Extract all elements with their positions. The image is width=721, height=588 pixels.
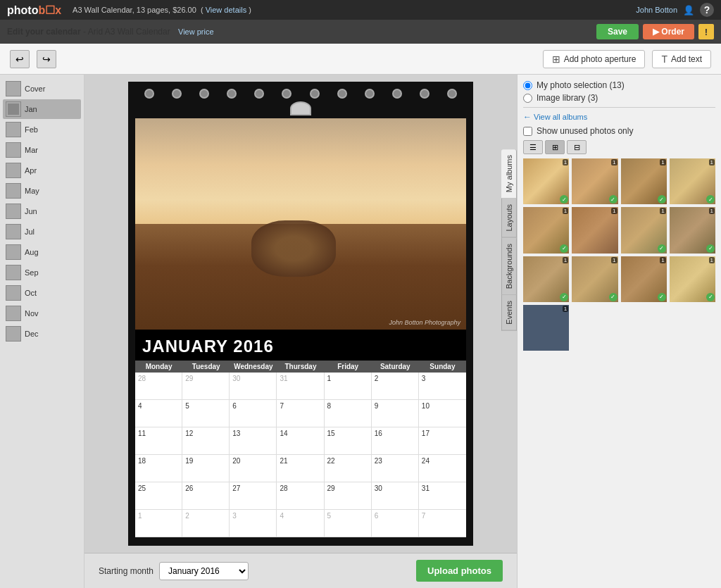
calendar-day: 29 <box>325 482 372 509</box>
page-item-aug[interactable]: Aug <box>3 242 81 262</box>
user-name-link[interactable]: John Botton <box>636 6 677 14</box>
page-label: Mar <box>25 146 38 154</box>
calendar-week: 1234567 <box>135 510 466 537</box>
grid-view-button[interactable]: ⊞ <box>545 140 565 154</box>
calendar-header-row: Monday Tuesday Wednesday Thursday Friday… <box>135 361 466 373</box>
photo-thumbnail[interactable]: ✓1 <box>523 207 569 253</box>
right-panel: My photo selection (13) Image library (3… <box>517 75 721 588</box>
photo-check-badge: ✓ <box>560 244 568 253</box>
photo-thumbnail[interactable]: ✓1 <box>621 256 667 302</box>
photo-thumbnail[interactable]: ✓1 <box>621 158 667 204</box>
view-mode-buttons: ☰ ⊞ ⊟ <box>523 140 715 154</box>
calendar-day: 31 <box>419 482 466 509</box>
photo-check-badge: ✓ <box>560 195 568 204</box>
page-item-feb[interactable]: Feb <box>3 120 81 139</box>
tab-events[interactable]: Events <box>501 295 517 331</box>
show-unused-label[interactable]: Show unused photos only <box>537 126 633 136</box>
month-title: JANUARY 2016 <box>142 337 274 356</box>
calendar-month-header: JANUARY 2016 <box>135 330 466 361</box>
photo-thumbnail[interactable]: 1 <box>523 305 569 351</box>
image-library-label[interactable]: Image library (3) <box>537 93 598 103</box>
calendar-week: 18192021222324 <box>135 455 466 482</box>
my-photos-radio[interactable] <box>523 81 532 90</box>
edit-bar: Edit your calendar - Arid A3 Wall Calend… <box>0 20 721 44</box>
page-thumbnail <box>6 81 21 96</box>
calendar-week: 11121314151617 <box>135 427 466 455</box>
calendar-day: 20 <box>230 455 277 482</box>
spiral-hole <box>447 89 457 99</box>
image-library-radio[interactable] <box>523 94 532 103</box>
calendar-day: 14 <box>277 427 324 454</box>
calendar-day: 7 <box>419 510 466 537</box>
page-item-jul[interactable]: Jul <box>3 222 81 242</box>
page-item-jun[interactable]: Jun <box>3 201 81 221</box>
photo-thumbnail[interactable]: ✓1 <box>572 256 617 302</box>
view-price-link[interactable]: View price <box>178 27 214 36</box>
view-all-albums-link[interactable]: View all albums <box>534 113 587 121</box>
calendar-day: 26 <box>182 482 230 509</box>
page-label: Apr <box>25 166 37 175</box>
add-text-icon: T <box>661 54 667 65</box>
add-photo-aperture-button[interactable]: ⊞ Add photo aperture <box>543 50 646 68</box>
photo-thumbnail[interactable]: ✓1 <box>670 207 715 253</box>
list-view-button[interactable]: ☰ <box>523 140 543 154</box>
spiral-hole <box>172 89 182 99</box>
tab-backgrounds[interactable]: Backgrounds <box>501 238 517 295</box>
photo-check-badge: ✓ <box>609 195 617 204</box>
photo-count-badge: 1 <box>709 208 715 214</box>
large-grid-view-button[interactable]: ⊟ <box>567 140 587 154</box>
photo-thumbnail[interactable]: ✓1 <box>523 256 569 302</box>
page-item-jan[interactable]: Jan <box>3 99 81 119</box>
page-item-nov[interactable]: Nov <box>3 304 81 323</box>
warning-button[interactable]: ! <box>698 24 714 39</box>
help-button[interactable]: ? <box>700 3 714 17</box>
page-item-apr[interactable]: Apr <box>3 161 81 180</box>
photo-thumbnail[interactable]: ✓1 <box>572 158 617 204</box>
calendar-day: 5 <box>325 510 372 537</box>
order-button[interactable]: ▶ Order <box>643 24 694 39</box>
photo-count-badge: 1 <box>709 257 715 263</box>
page-item-may[interactable]: May <box>3 181 81 201</box>
view-details-link[interactable]: View details <box>206 6 247 14</box>
calendar-week: 45678910 <box>135 400 466 427</box>
calendar-day: 2 <box>182 510 230 537</box>
page-item-cover[interactable]: Cover <box>3 79 81 99</box>
side-tabs: My albums Layouts Backgrounds Events <box>501 149 517 331</box>
calendar-day: 6 <box>230 400 277 427</box>
starting-month-select[interactable]: January 2016February 2016March 2016April… <box>159 562 249 580</box>
day-header-tue: Tuesday <box>182 361 230 373</box>
calendar-day: 3 <box>230 510 277 537</box>
my-photos-label[interactable]: My photo selection (13) <box>537 80 625 90</box>
page-thumbnail <box>6 183 21 199</box>
page-item-oct[interactable]: Oct <box>3 283 81 303</box>
tab-my-albums[interactable]: My albums <box>501 149 517 199</box>
photo-thumbnail[interactable]: ✓1 <box>670 158 715 204</box>
page-item-dec[interactable]: Dec <box>3 324 81 344</box>
photo-thumbnail[interactable]: ✓1 <box>621 207 667 253</box>
photo-thumbnail[interactable]: ✓1 <box>670 256 715 302</box>
add-text-button[interactable]: T Add text <box>652 50 711 68</box>
calendar-day: 12 <box>182 427 230 454</box>
photo-thumbnail[interactable]: ✓1 <box>523 158 569 204</box>
photo-thumbnail[interactable]: 1 <box>572 207 617 253</box>
calendar-day: 27 <box>230 482 277 509</box>
calendar-day: 3 <box>419 373 466 399</box>
spiral-hole <box>337 89 347 99</box>
page-thumbnail <box>6 101 21 117</box>
undo-button[interactable]: ↩ <box>10 50 30 68</box>
save-button[interactable]: Save <box>596 24 639 39</box>
upload-photos-button[interactable]: Upload photos <box>416 560 503 582</box>
photo-check-badge: ✓ <box>706 293 715 301</box>
page-item-sep[interactable]: Sep <box>3 263 81 282</box>
redo-button[interactable]: ↪ <box>37 50 56 68</box>
page-label: Jul <box>25 227 35 236</box>
logo: photob☐x <box>7 4 61 17</box>
calendar-photo[interactable]: John Botton Photography <box>135 118 466 330</box>
photo-check-badge: ✓ <box>658 293 666 301</box>
calendar-day: 29 <box>182 373 230 399</box>
show-unused-checkbox[interactable] <box>523 127 532 136</box>
page-thumbnail <box>6 224 21 239</box>
tab-layouts[interactable]: Layouts <box>501 199 517 238</box>
top-nav-bar: photob☐x A3 Wall Calendar, 13 pages, $26… <box>0 0 721 20</box>
page-item-mar[interactable]: Mar <box>3 140 81 160</box>
